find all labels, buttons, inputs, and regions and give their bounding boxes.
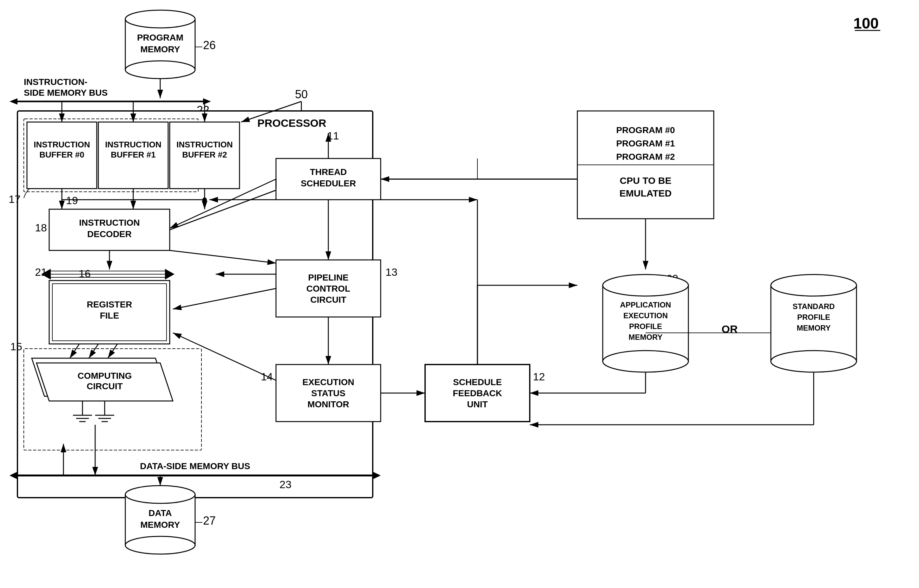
program0-label: PROGRAM #0 [616,125,675,135]
program-memory-label: PROGRAM [137,33,183,42]
instr-buf1-label: INSTRUCTION [105,140,162,149]
computing-label: COMPUTING [78,371,132,381]
svg-point-75 [603,351,688,372]
app-exec-label2: EXECUTION [623,311,668,320]
svg-point-74 [603,275,688,296]
ref-16: 16 [79,268,91,279]
svg-marker-7 [10,98,18,105]
app-exec-label4: MEMORY [629,333,662,341]
ref-17: 17 [8,193,21,205]
program-memory-label2: MEMORY [141,44,180,54]
processor-label: PROCESSOR [257,117,326,129]
instruction-bus-label2: SIDE MEMORY BUS [24,88,107,98]
instruction-bus-label: INSTRUCTION- [24,77,88,87]
ref-15: 15 [10,341,22,352]
instr-buf1-label2: BUFFER #1 [111,150,156,160]
ref-23: 23 [279,478,292,490]
reg-file-label: REGISTER [87,300,132,309]
cpu-emulated-label2: EMULATED [619,188,671,199]
exec-status-label3: MONITOR [307,399,349,409]
ref-50: 50 [295,88,308,101]
app-exec-label: APPLICATION [620,300,671,309]
svg-point-2 [125,10,195,28]
data-memory-label: DATA [149,508,172,518]
cpu-emulated-label: CPU TO BE [620,175,671,186]
instr-buf0-label2: BUFFER #0 [39,150,84,160]
thread-sched-label: THREAD [310,167,347,177]
ref-11: 11 [327,130,339,142]
program1-label: PROGRAM #1 [616,139,675,149]
app-exec-label3: PROFILE [629,322,662,331]
exec-status-label: EXECUTION [302,377,354,387]
diagram: 100 PROGRAM MEMORY 26 INSTRUCTION- SIDE … [0,0,919,588]
ref-26: 26 [203,39,216,52]
computing-label2: CIRCUIT [87,381,123,391]
data-bus-label: DATA-SIDE MEMORY BUS [140,461,250,471]
svg-point-78 [771,351,856,372]
instr-buf0-label: INSTRUCTION [34,140,90,149]
std-profile-label3: MEMORY [797,324,830,332]
or-label: OR [722,323,738,335]
diagram-title: 100 [853,15,879,32]
ref-12: 12 [533,370,545,383]
data-memory-label2: MEMORY [141,520,180,530]
instr-buf2-label2: BUFFER #2 [182,150,227,160]
program2-label: PROGRAM #2 [616,152,675,162]
svg-marker-47 [10,472,18,479]
svg-point-22 [203,197,207,202]
pipeline-label3: CIRCUIT [310,295,347,305]
svg-rect-76 [771,285,856,361]
instr-decoder-label2: DECODER [87,229,132,239]
schedule-fb-label2: FEEDBACK [453,388,502,398]
thread-sched-label2: SCHEDULER [301,178,356,188]
svg-point-52 [125,486,195,503]
instr-decoder-label: INSTRUCTION [79,218,139,228]
instr-buf2-label: INSTRUCTION [177,140,233,149]
ref-13: 13 [386,266,397,278]
ref-18: 18 [35,221,47,234]
exec-status-label2: STATUS [311,388,345,398]
svg-point-3 [125,61,195,79]
svg-point-53 [125,536,195,554]
ref-27: 27 [203,514,216,527]
schedule-fb-label: SCHEDULE [453,377,502,387]
reg-file-label2: FILE [100,311,119,320]
pipeline-label: PIPELINE [308,273,348,283]
schedule-fb-label3: UNIT [467,399,488,409]
ref-19: 19 [66,194,78,206]
svg-point-77 [771,275,856,296]
std-profile-label2: PROFILE [797,313,830,321]
std-profile-label: STANDARD [793,302,835,311]
svg-marker-48 [373,472,381,479]
pipeline-label2: CONTROL [306,284,350,294]
